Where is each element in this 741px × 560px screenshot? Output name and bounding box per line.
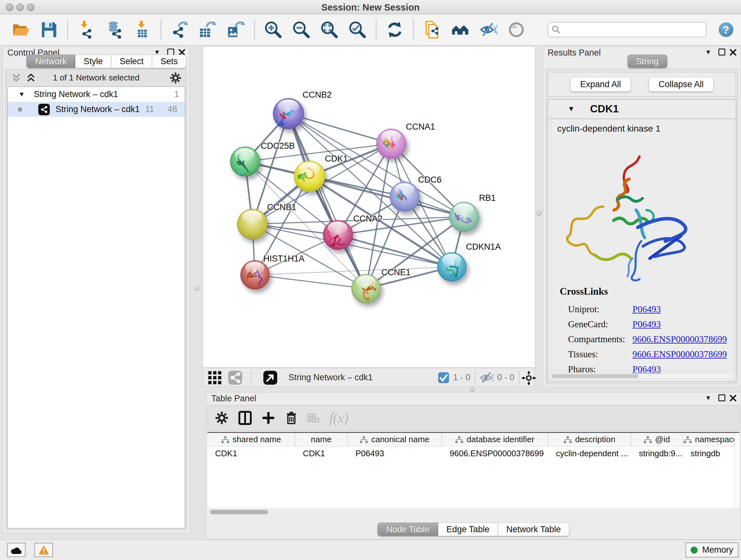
tab-select[interactable]: Select: [111, 55, 152, 68]
refresh-button[interactable]: [385, 20, 405, 40]
network-edge[interactable]: [255, 275, 366, 289]
network-row[interactable]: String Network – cdk1 11 48: [8, 102, 185, 117]
network-node-ccnb1[interactable]: [237, 209, 268, 240]
tab-sets[interactable]: Sets: [152, 55, 186, 68]
network-node-cdc6[interactable]: [390, 182, 420, 212]
export-table-button[interactable]: [198, 20, 218, 40]
string-home-button[interactable]: [450, 20, 470, 40]
column-header-description[interactable]: description: [548, 433, 631, 446]
network-node-cdkn1a[interactable]: [437, 252, 467, 282]
show-columns-icon[interactable]: [238, 411, 253, 425]
tab-network[interactable]: Network: [26, 55, 75, 68]
table-horizontal-scrollbar[interactable]: [207, 509, 739, 515]
save-session-button[interactable]: [39, 20, 59, 40]
table-cell[interactable]: CDK1: [207, 446, 295, 460]
open-session-button[interactable]: [11, 20, 30, 40]
collapse-all-button[interactable]: Collapse All: [649, 77, 714, 91]
tab-string[interactable]: String: [627, 55, 667, 68]
zoom-out-button[interactable]: [291, 20, 311, 40]
memory-button[interactable]: Memory: [685, 543, 738, 557]
delete-table-icon[interactable]: [307, 412, 320, 424]
import-table-button[interactable]: [132, 20, 152, 40]
grid-view-icon[interactable]: [207, 370, 222, 385]
gene-header[interactable]: ▼ CDK1: [548, 100, 736, 119]
zoom-in-button[interactable]: [263, 20, 283, 40]
network-node-ccnb2[interactable]: [273, 98, 304, 129]
import-network-button[interactable]: [76, 20, 96, 40]
hidden-eye-slash-icon[interactable]: [479, 370, 494, 385]
table-cell[interactable]: cyclin-dependent ...: [548, 446, 631, 460]
column-header-namespace[interactable]: namespace: [683, 433, 739, 446]
birdseye-crosshair-icon[interactable]: [522, 371, 536, 385]
expand-all-button[interactable]: Expand All: [570, 77, 631, 91]
network-node-hist1h1a[interactable]: [240, 260, 270, 290]
close-panel-icon[interactable]: [729, 394, 737, 403]
network-node-cdk1[interactable]: [294, 161, 325, 192]
zoom-selected-button[interactable]: [347, 20, 367, 40]
tab-network-table[interactable]: Network Table: [498, 523, 569, 536]
statusbar-network-title: String Network – cdk1: [288, 373, 373, 382]
network-node-ccne1[interactable]: [351, 274, 381, 303]
tab-style[interactable]: Style: [75, 55, 111, 68]
zoom-fit-button[interactable]: [320, 20, 339, 40]
selected-checkbox-icon[interactable]: [438, 372, 449, 383]
create-column-plus-icon[interactable]: [261, 411, 275, 425]
table-cell[interactable]: P06493: [348, 446, 442, 460]
column-header-shared-name[interactable]: shared name: [207, 433, 295, 446]
crosslink-link[interactable]: 9606.ENSP00000378699: [632, 349, 727, 360]
import-database-button[interactable]: [105, 20, 124, 40]
network-collection-row[interactable]: ▼ String Network – cdk1 1: [8, 87, 185, 102]
cloud-button[interactable]: [7, 543, 25, 557]
float-panel-icon[interactable]: [718, 394, 725, 401]
expand-all-icon[interactable]: [25, 73, 37, 83]
panel-menu-caret-icon[interactable]: ▼: [705, 394, 711, 401]
collapse-all-icon[interactable]: [11, 73, 22, 83]
table-options-gear-icon[interactable]: [215, 411, 229, 425]
network-node-cdc25b[interactable]: [230, 146, 260, 177]
function-builder-icon[interactable]: f(x): [329, 410, 348, 426]
warnings-button[interactable]: [35, 543, 53, 557]
tab-node-table[interactable]: Node Table: [378, 523, 438, 536]
network-node-ccna1[interactable]: [376, 129, 406, 159]
hide-unselected-button[interactable]: [478, 20, 498, 40]
crosslink-link[interactable]: P06493: [632, 304, 661, 314]
panel-menu-caret-icon[interactable]: ▼: [705, 49, 711, 56]
export-network-button[interactable]: [170, 20, 190, 40]
network-options-gear-icon[interactable]: [170, 72, 182, 84]
share-document-button[interactable]: [422, 20, 442, 40]
results-scrollbar[interactable]: [550, 373, 733, 379]
results-scrollbar-thumb[interactable]: [551, 374, 639, 378]
float-panel-icon[interactable]: [718, 49, 725, 56]
delete-column-trash-icon[interactable]: [284, 411, 298, 425]
detach-view-icon[interactable]: [263, 370, 278, 385]
close-panel-icon[interactable]: [729, 49, 737, 57]
help-button[interactable]: ?: [719, 22, 733, 37]
show-node-button[interactable]: [507, 20, 526, 40]
table-vertical-scrollbar[interactable]: [734, 433, 739, 508]
network-view-icon[interactable]: [228, 370, 243, 385]
network-node-ccna2[interactable]: [323, 220, 353, 250]
table-cell[interactable]: stringdb:9...: [631, 446, 683, 460]
table-row[interactable]: CDK1CDK1P064939606.ENSP00000378699cyclin…: [207, 446, 739, 460]
search-input[interactable]: [561, 23, 706, 36]
column-header--id[interactable]: @id: [631, 433, 683, 446]
column-header-canonical-name[interactable]: canonical name: [348, 433, 442, 446]
column-label: shared name: [232, 435, 281, 444]
table-cell[interactable]: CDK1: [295, 446, 348, 460]
table-scrollbar-thumb[interactable]: [210, 510, 268, 514]
right-splitter-handle[interactable]: [536, 211, 542, 216]
table-cell[interactable]: stringdb: [683, 446, 739, 460]
gene-caret-icon[interactable]: ▼: [568, 105, 575, 113]
left-splitter-handle[interactable]: [194, 286, 199, 291]
crosslink-link[interactable]: P06493: [632, 319, 661, 329]
network-node-rb1[interactable]: [449, 202, 479, 232]
crosslink-link[interactable]: 9606.ENSP00000378699: [632, 334, 727, 345]
export-image-button[interactable]: [226, 20, 246, 40]
column-header-name[interactable]: name: [295, 433, 348, 446]
table-cell[interactable]: 9606.ENSP00000378699: [442, 446, 548, 460]
tab-edge-table[interactable]: Edge Table: [438, 523, 498, 536]
network-view-canvas[interactable]: CCNB2CCNA1CDC25BCDK1CDC6RB1CCNB1CCNA2CDK…: [203, 46, 535, 368]
column-header-database-identifier[interactable]: database identifier: [442, 433, 548, 446]
bottom-splitter-handle[interactable]: [470, 387, 475, 392]
collection-caret-icon[interactable]: ▼: [18, 91, 25, 98]
